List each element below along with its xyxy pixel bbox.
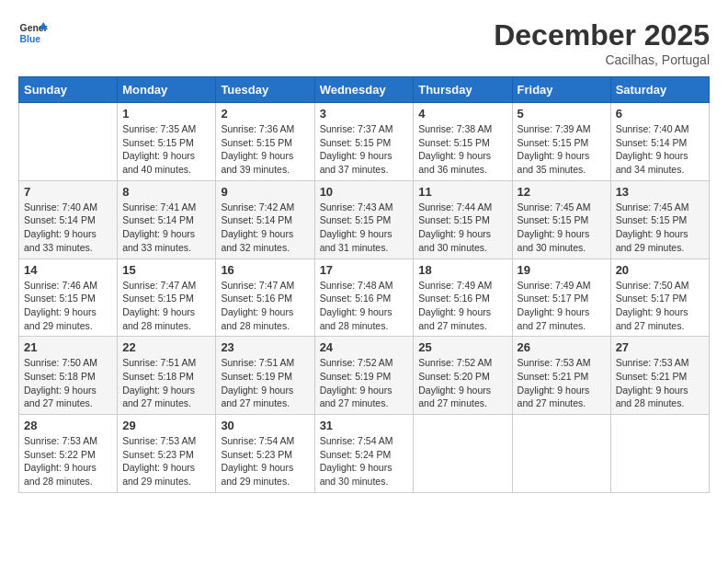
day-number: 6 xyxy=(616,107,704,121)
calendar-cell: 24Sunrise: 7:52 AMSunset: 5:19 PMDayligh… xyxy=(314,337,414,415)
calendar-cell: 25Sunrise: 7:52 AMSunset: 5:20 PMDayligh… xyxy=(414,337,512,415)
day-number: 13 xyxy=(616,185,704,199)
day-info: Sunrise: 7:46 AMSunset: 5:15 PMDaylight:… xyxy=(24,279,112,333)
day-number: 2 xyxy=(221,107,309,121)
day-info: Sunrise: 7:45 AMSunset: 5:15 PMDaylight:… xyxy=(518,201,606,255)
day-info: Sunrise: 7:38 AMSunset: 5:15 PMDaylight:… xyxy=(418,122,506,177)
calendar-week-row: 1Sunrise: 7:35 AMSunset: 5:15 PMDaylight… xyxy=(19,103,710,181)
day-info: Sunrise: 7:47 AMSunset: 5:16 PMDaylight:… xyxy=(221,279,309,333)
day-info: Sunrise: 7:44 AMSunset: 5:15 PMDaylight:… xyxy=(418,201,506,255)
day-number: 12 xyxy=(518,185,606,199)
day-number: 3 xyxy=(320,107,409,121)
calendar-cell: 23Sunrise: 7:51 AMSunset: 5:19 PMDayligh… xyxy=(216,337,314,415)
day-number: 23 xyxy=(221,340,309,354)
calendar-cell xyxy=(19,103,118,181)
weekday-header-wednesday: Wednesday xyxy=(314,77,414,103)
day-info: Sunrise: 7:37 AMSunset: 5:15 PMDaylight:… xyxy=(320,122,409,177)
weekday-header-saturday: Saturday xyxy=(610,77,709,103)
calendar-cell: 13Sunrise: 7:45 AMSunset: 5:15 PMDayligh… xyxy=(610,180,709,259)
calendar-cell: 26Sunrise: 7:53 AMSunset: 5:21 PMDayligh… xyxy=(512,337,610,415)
day-number: 7 xyxy=(24,185,112,199)
day-info: Sunrise: 7:53 AMSunset: 5:22 PMDaylight:… xyxy=(24,434,112,488)
calendar-cell: 2Sunrise: 7:36 AMSunset: 5:15 PMDaylight… xyxy=(216,103,314,181)
day-info: Sunrise: 7:52 AMSunset: 5:19 PMDaylight:… xyxy=(320,356,409,410)
day-number: 5 xyxy=(518,107,606,121)
day-info: Sunrise: 7:40 AMSunset: 5:14 PMDaylight:… xyxy=(616,122,704,177)
day-info: Sunrise: 7:42 AMSunset: 5:14 PMDaylight:… xyxy=(221,201,309,255)
calendar-cell: 28Sunrise: 7:53 AMSunset: 5:22 PMDayligh… xyxy=(19,415,118,493)
day-number: 11 xyxy=(418,185,506,199)
weekday-header-friday: Friday xyxy=(512,77,610,103)
calendar-cell: 15Sunrise: 7:47 AMSunset: 5:15 PMDayligh… xyxy=(118,259,216,337)
calendar-week-row: 28Sunrise: 7:53 AMSunset: 5:22 PMDayligh… xyxy=(19,415,710,493)
day-info: Sunrise: 7:39 AMSunset: 5:15 PMDaylight:… xyxy=(518,122,606,177)
calendar-cell: 21Sunrise: 7:50 AMSunset: 5:18 PMDayligh… xyxy=(19,337,118,415)
day-info: Sunrise: 7:36 AMSunset: 5:15 PMDaylight:… xyxy=(221,122,309,177)
day-number: 1 xyxy=(122,107,210,121)
calendar-cell: 11Sunrise: 7:44 AMSunset: 5:15 PMDayligh… xyxy=(414,180,512,259)
day-info: Sunrise: 7:50 AMSunset: 5:18 PMDaylight:… xyxy=(24,356,112,410)
weekday-header-sunday: Sunday xyxy=(19,77,118,103)
day-info: Sunrise: 7:51 AMSunset: 5:18 PMDaylight:… xyxy=(122,356,210,410)
day-number: 27 xyxy=(616,340,704,354)
day-number: 18 xyxy=(418,263,506,277)
calendar-week-row: 21Sunrise: 7:50 AMSunset: 5:18 PMDayligh… xyxy=(19,337,710,415)
day-number: 31 xyxy=(320,419,409,432)
weekday-header-thursday: Thursday xyxy=(414,77,512,103)
calendar-week-row: 14Sunrise: 7:46 AMSunset: 5:15 PMDayligh… xyxy=(19,259,710,337)
day-number: 24 xyxy=(320,340,409,354)
calendar-cell: 1Sunrise: 7:35 AMSunset: 5:15 PMDaylight… xyxy=(118,103,216,181)
day-info: Sunrise: 7:47 AMSunset: 5:15 PMDaylight:… xyxy=(122,279,210,333)
day-info: Sunrise: 7:54 AMSunset: 5:23 PMDaylight:… xyxy=(221,434,309,488)
day-info: Sunrise: 7:54 AMSunset: 5:24 PMDaylight:… xyxy=(320,434,409,488)
calendar-cell: 10Sunrise: 7:43 AMSunset: 5:15 PMDayligh… xyxy=(314,180,414,259)
calendar-cell xyxy=(512,415,610,493)
calendar-cell xyxy=(414,415,512,493)
day-number: 17 xyxy=(320,263,409,277)
day-number: 9 xyxy=(221,185,309,199)
calendar-cell: 27Sunrise: 7:53 AMSunset: 5:21 PMDayligh… xyxy=(610,337,709,415)
calendar-cell: 31Sunrise: 7:54 AMSunset: 5:24 PMDayligh… xyxy=(314,415,414,493)
month-title: December 2025 xyxy=(494,18,710,52)
day-info: Sunrise: 7:51 AMSunset: 5:19 PMDaylight:… xyxy=(221,356,309,410)
calendar-cell: 30Sunrise: 7:54 AMSunset: 5:23 PMDayligh… xyxy=(216,415,314,493)
page-header: General Blue December 2025 Cacilhas, Por… xyxy=(18,18,710,67)
calendar-cell: 3Sunrise: 7:37 AMSunset: 5:15 PMDaylight… xyxy=(314,103,414,181)
calendar-cell: 9Sunrise: 7:42 AMSunset: 5:14 PMDaylight… xyxy=(216,180,314,259)
day-info: Sunrise: 7:50 AMSunset: 5:17 PMDaylight:… xyxy=(616,279,704,333)
day-number: 21 xyxy=(24,340,112,354)
day-info: Sunrise: 7:53 AMSunset: 5:21 PMDaylight:… xyxy=(616,356,704,410)
day-number: 16 xyxy=(221,263,309,277)
svg-text:Blue: Blue xyxy=(20,34,41,44)
calendar-cell: 17Sunrise: 7:48 AMSunset: 5:16 PMDayligh… xyxy=(314,259,414,337)
logo-icon: General Blue xyxy=(18,18,48,48)
day-info: Sunrise: 7:45 AMSunset: 5:15 PMDaylight:… xyxy=(616,201,704,255)
weekday-header-monday: Monday xyxy=(118,77,216,103)
day-number: 4 xyxy=(418,107,506,121)
calendar-cell: 4Sunrise: 7:38 AMSunset: 5:15 PMDaylight… xyxy=(414,103,512,181)
calendar-cell: 16Sunrise: 7:47 AMSunset: 5:16 PMDayligh… xyxy=(216,259,314,337)
location-subtitle: Cacilhas, Portugal xyxy=(494,52,710,67)
calendar-cell: 6Sunrise: 7:40 AMSunset: 5:14 PMDaylight… xyxy=(610,103,709,181)
calendar-cell: 29Sunrise: 7:53 AMSunset: 5:23 PMDayligh… xyxy=(118,415,216,493)
calendar-cell: 20Sunrise: 7:50 AMSunset: 5:17 PMDayligh… xyxy=(610,259,709,337)
day-info: Sunrise: 7:48 AMSunset: 5:16 PMDaylight:… xyxy=(320,279,409,333)
day-number: 19 xyxy=(518,263,606,277)
calendar-cell: 5Sunrise: 7:39 AMSunset: 5:15 PMDaylight… xyxy=(512,103,610,181)
day-info: Sunrise: 7:35 AMSunset: 5:15 PMDaylight:… xyxy=(122,122,210,177)
day-info: Sunrise: 7:43 AMSunset: 5:15 PMDaylight:… xyxy=(320,201,409,255)
weekday-header-row: SundayMondayTuesdayWednesdayThursdayFrid… xyxy=(19,77,710,103)
day-number: 8 xyxy=(122,185,210,199)
title-block: December 2025 Cacilhas, Portugal xyxy=(494,18,710,67)
day-info: Sunrise: 7:41 AMSunset: 5:14 PMDaylight:… xyxy=(122,201,210,255)
day-info: Sunrise: 7:53 AMSunset: 5:21 PMDaylight:… xyxy=(518,356,606,410)
day-number: 20 xyxy=(616,263,704,277)
calendar-week-row: 7Sunrise: 7:40 AMSunset: 5:14 PMDaylight… xyxy=(19,180,710,259)
calendar-cell: 22Sunrise: 7:51 AMSunset: 5:18 PMDayligh… xyxy=(118,337,216,415)
day-number: 25 xyxy=(418,340,506,354)
calendar-cell: 18Sunrise: 7:49 AMSunset: 5:16 PMDayligh… xyxy=(414,259,512,337)
calendar-cell xyxy=(610,415,709,493)
calendar-cell: 12Sunrise: 7:45 AMSunset: 5:15 PMDayligh… xyxy=(512,180,610,259)
day-info: Sunrise: 7:49 AMSunset: 5:16 PMDaylight:… xyxy=(418,279,506,333)
logo: General Blue xyxy=(18,18,48,48)
